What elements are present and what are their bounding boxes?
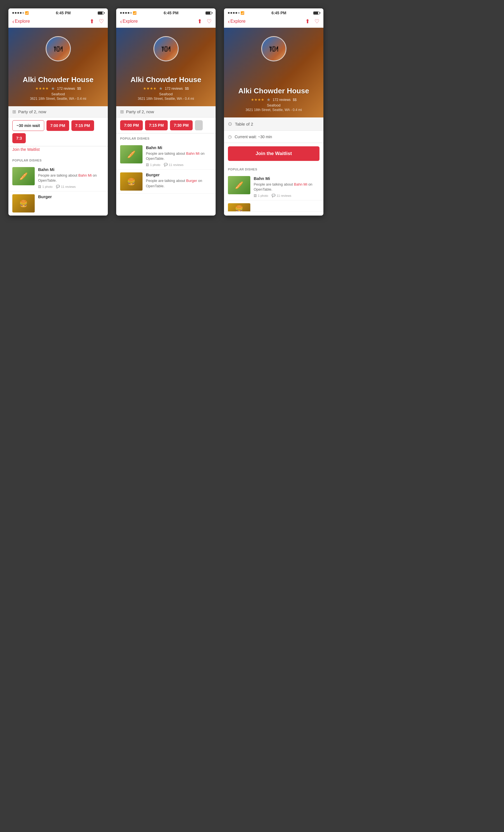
restaurant-address: 3621 18th Street, Seattle, WA - 0.4 mi <box>246 108 302 112</box>
status-bar-1: 📶 6:45 PM <box>8 8 108 16</box>
signal-dot <box>12 12 14 14</box>
waitlist-link-container: Join the Waitlist <box>8 146 108 155</box>
battery-fill <box>314 12 318 14</box>
join-waitlist-button[interactable]: Join the Waitlist <box>228 146 319 161</box>
burger-thumbnail: 🍔 <box>12 194 35 212</box>
booking-section-1: ⊞ Party of 2, now <box>8 106 108 118</box>
bahnmi-name: Bahn Mi <box>146 145 212 150</box>
current-wait-section: ◷ Current wait: ~30 min <box>224 131 324 143</box>
avatar-image: 🍽 <box>262 37 286 60</box>
restaurant-name: Alki Chowder House <box>131 75 201 84</box>
bahnmi-name: Bahn Mi <box>254 176 319 181</box>
desc-before: People are talking about <box>146 151 186 156</box>
restaurant-avatar: 🍽 <box>46 36 71 61</box>
favorite-icon[interactable]: ♡ <box>207 18 212 25</box>
photo-count: 🖼 1 photo <box>38 185 53 188</box>
wifi-icon: 📶 <box>25 11 29 15</box>
share-icon[interactable]: ⬆ <box>305 18 310 25</box>
back-label: Explore <box>123 19 138 24</box>
comment-icon: 💬 <box>164 163 168 166</box>
popular-dishes-header: POPULAR DISHES <box>8 155 108 164</box>
battery-area <box>313 11 319 15</box>
restaurant-avatar: 🍽 <box>153 36 179 61</box>
time-slot-730[interactable]: 7:30 PM <box>170 120 193 130</box>
burger-thumbnail-partial: 🍔 <box>228 203 250 212</box>
star-rating: ★★★★ <box>35 86 49 90</box>
clock-icon: ◷ <box>228 134 232 139</box>
burger-name: Burger <box>146 173 212 177</box>
star-empty: ★ <box>267 97 271 102</box>
photo-count: 🖼 1 photo <box>254 194 268 197</box>
signal-dot <box>120 12 122 14</box>
bahnmi-info: Bahn Mi People are talking about Bahn Mi… <box>254 176 319 197</box>
time-slot-700[interactable]: 7:00 PM <box>47 120 69 131</box>
cuisine-type: Seafood <box>267 103 280 107</box>
battery-icon <box>205 11 212 15</box>
chevron-left-icon: ‹ <box>12 19 14 24</box>
time-slot-715[interactable]: 7:15 PM <box>145 120 168 130</box>
battery-icon <box>98 11 104 15</box>
back-button[interactable]: ‹ Explore <box>12 19 30 24</box>
nav-actions: ⬆ ♡ <box>197 18 212 25</box>
status-bar-2: 📶 6:45 PM <box>116 8 216 16</box>
signal-dot <box>15 12 17 14</box>
bahnmi-desc: People are talking about Bahn Mi on Open… <box>146 151 212 161</box>
star-rating: ★★★★ <box>143 86 157 90</box>
battery-fill <box>98 12 103 14</box>
dish-bahnmi: 🥖 Bahn Mi People are talking about Bahn … <box>8 164 108 191</box>
signal-dot-empty <box>238 12 240 14</box>
back-button[interactable]: ‹ Explore <box>120 19 138 24</box>
join-waitlist-link[interactable]: Join the Waitlist <box>12 147 40 152</box>
star-empty: ★ <box>159 86 163 91</box>
time-slot-715[interactable]: 7:15 PM <box>72 120 94 131</box>
table-icon: ⊞ <box>12 109 16 114</box>
table-of-section: ⊙ Table of 2 <box>224 118 324 131</box>
star-rating: ★★★★ <box>251 98 264 102</box>
signal-dot <box>230 12 232 14</box>
review-count: 172 reviews <box>165 87 183 90</box>
favorite-icon[interactable]: ♡ <box>314 18 319 25</box>
restaurant-meta: ★★★★★ 172 reviews $$ <box>143 86 189 91</box>
review-count: 172 reviews <box>57 87 75 90</box>
time-slot-730-partial[interactable]: 7:3 <box>12 133 26 143</box>
burger-name: Burger <box>38 194 104 199</box>
battery-area <box>205 11 212 15</box>
review-count: 172 reviews <box>273 98 291 102</box>
nav-bar-3: ‹ Explore ⬆ ♡ <box>224 16 324 28</box>
booking-section-2: ⊞ Party of 2, now <box>116 106 216 118</box>
photo-icon: 🖼 <box>254 194 257 197</box>
restaurant-name: Alki Chowder House <box>23 75 93 84</box>
photo-count-text: 1 photo <box>42 185 53 188</box>
share-icon[interactable]: ⬆ <box>197 18 202 25</box>
party-size: Party of 2, now <box>126 109 154 114</box>
phone-1: 📶 6:45 PM ‹ Explore ⬆ ♡ 🍽 <box>8 8 108 215</box>
desc-before: People are talking about <box>254 182 294 186</box>
status-time: 6:45 PM <box>56 11 71 15</box>
favorite-icon[interactable]: ♡ <box>99 18 104 25</box>
bahnmi-link[interactable]: Bahn Mi <box>78 173 92 178</box>
popular-dishes-header: POPULAR DISHES <box>224 164 324 173</box>
share-icon[interactable]: ⬆ <box>90 18 94 25</box>
avatar-image: 🍽 <box>47 37 70 60</box>
time-slot-700[interactable]: 7:00 PM <box>120 120 143 130</box>
hero-section-1: 🍽 Alki Chowder House ★★★★★ 172 reviews $… <box>8 28 108 106</box>
dish-bahnmi: 🥖 Bahn Mi People are talking about Bahn … <box>116 142 216 170</box>
phone-3: 📶 6:45 PM ‹ Explore ⬆ ♡ 🍽 <box>224 8 324 215</box>
wifi-icon: 📶 <box>241 11 245 15</box>
status-bar-3: 📶 6:45 PM <box>224 8 324 16</box>
bahnmi-info: Bahn Mi People are talking about Bahn Mi… <box>146 145 212 166</box>
review-count-text: 11 reviews <box>169 163 184 166</box>
phone-2: 📶 6:45 PM ‹ Explore ⬆ ♡ 🍽 <box>116 8 216 215</box>
back-label: Explore <box>15 19 30 24</box>
restaurant-meta: ★★★★★ 172 reviews $$ <box>35 86 81 91</box>
dish-burger: 🍔 Burger <box>8 191 108 215</box>
burger-link[interactable]: Burger <box>186 179 197 183</box>
dish-burger: 🍔 Burger People are talking about Burger… <box>116 170 216 194</box>
bahnmi-desc: People are talking about Bahn Mi on Open… <box>38 173 104 183</box>
signal-dot <box>228 12 230 14</box>
hero-section-2: 🍽 Alki Chowder House ★★★★★ 172 reviews $… <box>116 28 216 106</box>
back-button[interactable]: ‹ Explore <box>228 19 246 24</box>
bahnmi-link[interactable]: Bahn Mi <box>294 182 307 186</box>
waitlist-slot[interactable]: ~30 min wait <box>12 120 44 131</box>
bahnmi-link[interactable]: Bahn Mi <box>186 151 200 156</box>
